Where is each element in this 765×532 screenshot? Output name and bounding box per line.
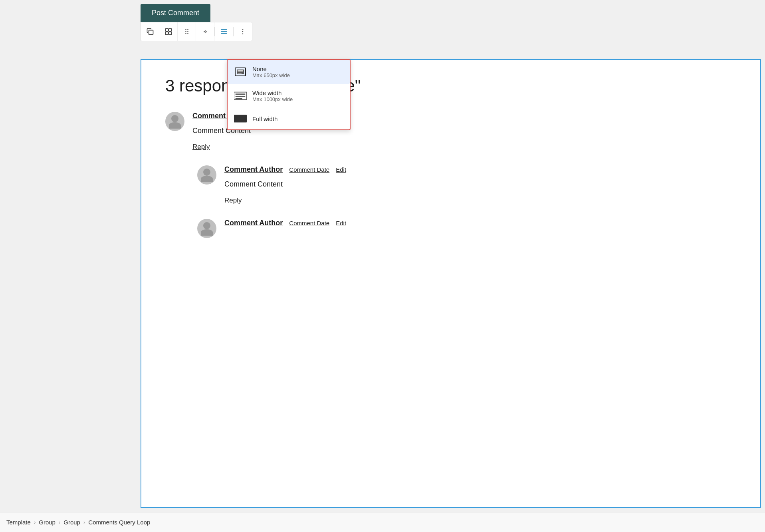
comment-date: Comment Date [289, 220, 329, 226]
comment-meta: Comment Author Comment Date Edit [224, 219, 736, 227]
comment-author[interactable]: Comment Author [224, 219, 283, 227]
comment-reply[interactable]: Reply [224, 197, 242, 204]
width-option-text-wide: Wide width Max 1000px wide [252, 89, 293, 102]
breadcrumb-group-1[interactable]: Group [39, 519, 55, 526]
cut-button[interactable] [159, 22, 178, 41]
none-width-icon [234, 67, 247, 77]
wide-width-icon [234, 91, 247, 101]
comment-reply[interactable]: Reply [192, 143, 210, 151]
drag-button[interactable] [178, 22, 196, 41]
duplicate-icon [146, 28, 154, 36]
svg-rect-12 [221, 31, 227, 32]
svg-point-6 [187, 29, 188, 30]
duplicate-button[interactable] [141, 22, 159, 41]
breadcrumb-bar: Template › Group › Group › Comments Quer… [0, 512, 765, 532]
comment-meta: Comment Author Comment Date Edit [224, 165, 736, 174]
width-option-full[interactable]: Full width [228, 108, 350, 129]
comment-body: Comment Author Comment Date Edit Comment… [224, 165, 736, 204]
move-updown-button[interactable] [196, 22, 214, 41]
drag-icon [183, 28, 191, 36]
comment-date: Comment Date [289, 166, 329, 173]
breadcrumb-sep-1: › [34, 519, 36, 525]
breadcrumb-sep-2: › [59, 519, 60, 525]
svg-rect-25 [236, 98, 242, 99]
wide-label: Wide width [252, 89, 293, 96]
avatar [197, 165, 216, 185]
svg-rect-2 [168, 29, 171, 32]
breadcrumb-comments-query[interactable]: Comments Query Loop [88, 519, 150, 526]
comment-item: Comment Author Comment Date Edit Comment… [197, 165, 736, 204]
more-options-icon [239, 28, 247, 36]
comment-edit[interactable]: Edit [336, 220, 346, 226]
svg-rect-0 [149, 30, 153, 35]
comment-content: Comment Content [224, 179, 736, 190]
toolbar: Post Comment [141, 4, 252, 41]
comment-edit[interactable]: Edit [336, 166, 346, 173]
breadcrumb-sep-3: › [83, 519, 85, 525]
none-label: None [252, 66, 290, 72]
more-options-button[interactable] [234, 22, 252, 41]
chevron-updown-icon [202, 28, 209, 35]
align-icon [220, 28, 228, 36]
svg-rect-1 [165, 29, 168, 32]
svg-point-10 [187, 33, 188, 34]
svg-rect-24 [236, 96, 245, 97]
avatar [165, 112, 184, 131]
comment-item: Comment Author Comment Date Edit [197, 219, 736, 238]
comment-body: Comment Author Comment Date Edit [224, 219, 736, 238]
breadcrumb-group-2[interactable]: Group [63, 519, 80, 526]
wide-desc: Max 1000px wide [252, 96, 293, 102]
svg-rect-4 [168, 32, 171, 35]
comment-author[interactable]: Comment Author [224, 165, 283, 174]
svg-point-15 [242, 31, 244, 32]
full-width-icon [234, 113, 247, 124]
width-option-wide[interactable]: Wide width Max 1000px wide [228, 84, 350, 108]
svg-rect-11 [221, 29, 227, 30]
width-popup: None Max 650px wide Wide width Max 1000p… [227, 59, 351, 130]
width-option-text-none: None Max 650px wide [252, 66, 290, 78]
svg-point-16 [242, 34, 244, 35]
svg-point-14 [242, 29, 244, 30]
svg-rect-23 [236, 93, 245, 95]
svg-point-8 [187, 31, 188, 32]
width-option-none[interactable]: None Max 650px wide [228, 60, 350, 84]
svg-rect-3 [165, 32, 168, 35]
svg-point-5 [185, 29, 186, 30]
align-button[interactable] [215, 22, 233, 41]
svg-point-9 [185, 33, 186, 34]
full-label: Full width [252, 115, 277, 122]
post-comment-button[interactable]: Post Comment [141, 4, 210, 22]
svg-rect-26 [234, 115, 247, 123]
avatar [197, 219, 216, 238]
cut-icon [164, 28, 172, 36]
svg-point-7 [185, 31, 186, 32]
width-option-text-full: Full width [252, 115, 277, 122]
svg-rect-13 [221, 33, 227, 34]
breadcrumb-template[interactable]: Template [6, 519, 31, 526]
none-desc: Max 650px wide [252, 72, 290, 78]
toolbar-icons [141, 22, 252, 41]
